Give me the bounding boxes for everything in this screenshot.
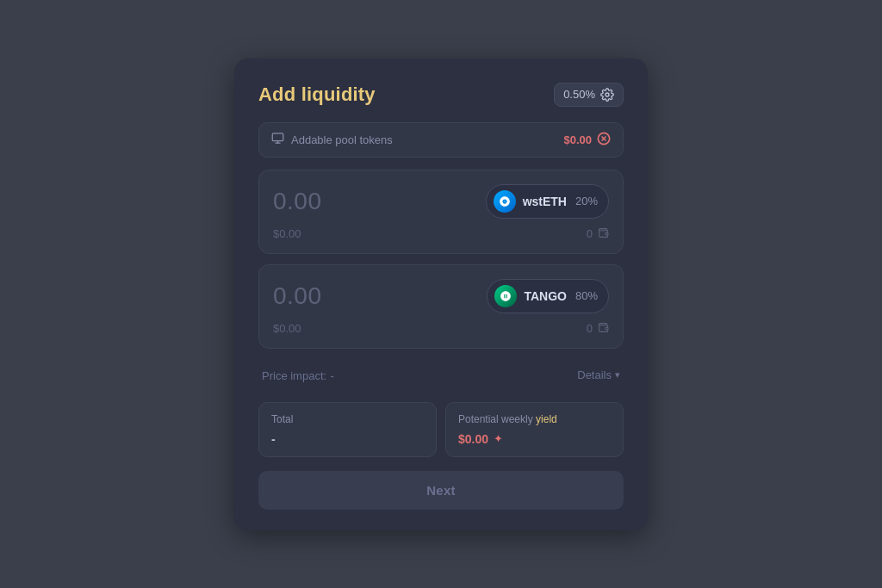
settings-badge[interactable]: 0.50% bbox=[554, 83, 624, 107]
token1-input-top: 0.00 wstETH 20% bbox=[273, 184, 609, 219]
token2-usd: $0.00 bbox=[273, 322, 301, 335]
svg-point-0 bbox=[606, 93, 609, 96]
price-impact-row: Price impact: - Details ▾ bbox=[258, 359, 624, 392]
sparkle-icon: ✦ bbox=[494, 432, 503, 445]
wallet-icon-2 bbox=[598, 322, 609, 336]
pool-tokens-right: $0.00 bbox=[563, 132, 611, 148]
token1-balance: 0 bbox=[587, 227, 593, 240]
pool-tokens-row[interactable]: Addable pool tokens $0.00 bbox=[258, 122, 624, 158]
token1-badge[interactable]: wstETH 20% bbox=[486, 184, 609, 219]
token2-input-top: 0.00 TANGO 80% bbox=[273, 279, 609, 313]
token1-balance-row: 0 bbox=[587, 227, 609, 241]
yield-label-text: Potential weekly bbox=[458, 413, 533, 425]
token1-input-box: 0.00 wstETH 20% $0.00 0 bbox=[258, 170, 624, 254]
token2-amount[interactable]: 0.00 bbox=[273, 282, 322, 310]
token2-name: TANGO bbox=[524, 289, 567, 303]
details-label: Details bbox=[577, 368, 612, 381]
close-circle-icon bbox=[597, 132, 611, 148]
card-header: Add liquidity 0.50% bbox=[258, 83, 624, 107]
price-impact-value: - bbox=[331, 369, 334, 382]
yield-keyword: yield bbox=[536, 413, 557, 425]
tango-icon bbox=[494, 285, 517, 307]
wallet-icon bbox=[598, 227, 609, 241]
pool-tokens-value: $0.00 bbox=[563, 133, 592, 146]
chevron-down-icon: ▾ bbox=[615, 369, 620, 381]
pool-tokens-icon bbox=[271, 132, 284, 147]
token2-percent: 80% bbox=[575, 289, 598, 302]
token1-percent: 20% bbox=[575, 195, 598, 207]
yield-value-row: $0.00 ✦ bbox=[458, 432, 611, 446]
gear-icon bbox=[600, 88, 614, 102]
token2-input-bottom: $0.00 0 bbox=[273, 322, 609, 336]
token2-input-box: 0.00 TANGO 80% $0.00 0 bbox=[258, 264, 624, 349]
page-title: Add liquidity bbox=[258, 84, 376, 106]
total-box: Total - bbox=[258, 402, 437, 457]
add-liquidity-card: Add liquidity 0.50% Addable pool tokens bbox=[234, 59, 648, 530]
token1-name: wstETH bbox=[523, 195, 567, 208]
token2-balance-row: 0 bbox=[587, 322, 609, 336]
price-impact-label: Price impact: bbox=[262, 369, 326, 382]
yield-box: Potential weekly yield $0.00 ✦ bbox=[445, 402, 624, 457]
price-impact-left: Price impact: - bbox=[262, 368, 334, 383]
yield-label: Potential weekly yield bbox=[458, 413, 611, 425]
yield-value: $0.00 bbox=[458, 432, 488, 446]
token1-amount[interactable]: 0.00 bbox=[273, 188, 322, 215]
wsteth-icon bbox=[494, 190, 516, 213]
settings-value: 0.50% bbox=[563, 88, 595, 101]
token2-badge[interactable]: TANGO 80% bbox=[487, 279, 609, 313]
pool-tokens-left: Addable pool tokens bbox=[271, 132, 393, 147]
details-button[interactable]: Details ▾ bbox=[577, 368, 620, 381]
next-button[interactable]: Next bbox=[258, 471, 624, 510]
token1-input-bottom: $0.00 0 bbox=[273, 227, 609, 241]
total-label: Total bbox=[271, 413, 424, 425]
svg-rect-1 bbox=[272, 133, 283, 141]
token2-balance: 0 bbox=[587, 322, 593, 335]
summary-row: Total - Potential weekly yield $0.00 ✦ bbox=[258, 402, 624, 457]
total-value: - bbox=[271, 432, 424, 446]
pool-tokens-label: Addable pool tokens bbox=[291, 133, 393, 146]
token1-usd: $0.00 bbox=[273, 227, 301, 240]
